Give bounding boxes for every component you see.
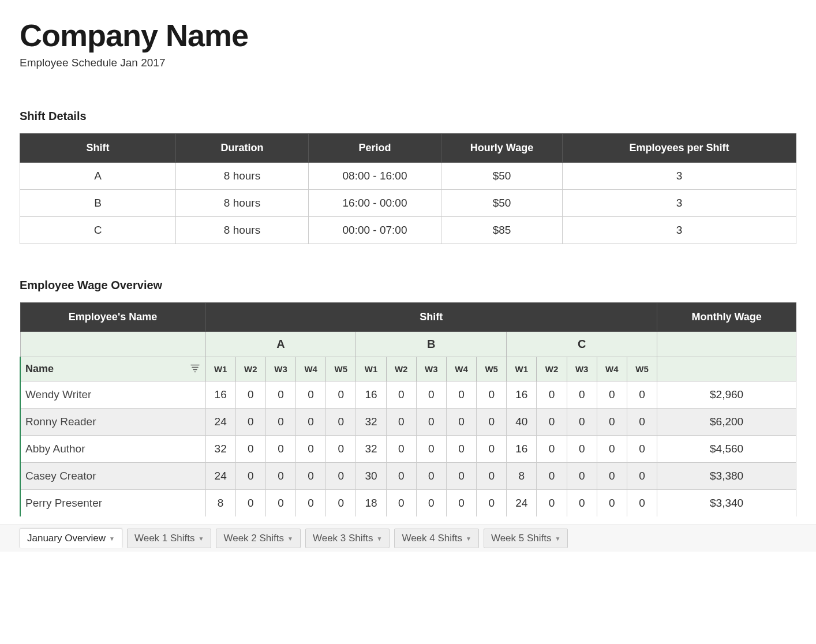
tab-label: Week 1 Shifts <box>134 533 195 544</box>
hours-cell: 0 <box>567 463 597 490</box>
sheet-tab[interactable]: Week 5 Shifts▼ <box>484 529 568 548</box>
chevron-down-icon[interactable]: ▼ <box>199 536 204 542</box>
hours-cell: 0 <box>296 463 326 490</box>
table-row: C8 hours00:00 - 07:00$853 <box>20 217 796 244</box>
tab-label: Week 2 Shifts <box>223 533 284 544</box>
page-subtitle: Employee Schedule Jan 2017 <box>20 57 796 69</box>
hours-cell: 0 <box>235 463 265 490</box>
tab-label: Week 4 Shifts <box>402 533 462 544</box>
hours-cell: 0 <box>446 463 476 490</box>
sheet-tab[interactable]: Week 4 Shifts▼ <box>394 529 478 548</box>
wage-overview-table: Employee's Name Shift Monthly Wage A B C… <box>20 302 796 516</box>
hours-cell: 18 <box>356 490 386 517</box>
cell: 08:00 - 16:00 <box>309 163 441 190</box>
hours-cell: 0 <box>477 409 507 436</box>
hours-cell: 40 <box>507 409 537 436</box>
hours-cell: 0 <box>326 409 356 436</box>
cell: 8 hours <box>176 190 309 217</box>
col-hourly-wage: Hourly Wage <box>441 134 563 163</box>
week-label: W3 <box>265 357 295 381</box>
cell: $85 <box>441 217 563 244</box>
cell: A <box>20 163 176 190</box>
cell: C <box>20 217 176 244</box>
hours-cell: 0 <box>386 490 416 517</box>
week-label: W2 <box>386 357 416 381</box>
hours-cell: 0 <box>326 463 356 490</box>
employee-name-cell: Casey Creator <box>20 463 205 490</box>
hours-cell: 0 <box>235 381 265 409</box>
hours-cell: 0 <box>537 436 567 463</box>
hours-cell: 0 <box>265 436 295 463</box>
hours-cell: 32 <box>205 436 235 463</box>
tab-label: January Overview <box>27 533 106 544</box>
monthly-wage-cell: $3,340 <box>657 490 796 517</box>
hours-cell: 30 <box>356 463 386 490</box>
week-label: W2 <box>537 357 567 381</box>
wage-overview-title: Employee Wage Overview <box>20 279 796 292</box>
cell: $50 <box>441 163 563 190</box>
chevron-down-icon[interactable]: ▼ <box>287 536 293 542</box>
sheet-tab[interactable]: Week 3 Shifts▼ <box>305 529 390 548</box>
shift-details-table: Shift Duration Period Hourly Wage Employ… <box>20 133 796 244</box>
hours-cell: 24 <box>507 490 537 517</box>
subhead-c: C <box>507 332 657 357</box>
chevron-down-icon[interactable]: ▼ <box>466 536 471 542</box>
hours-cell: 0 <box>477 463 507 490</box>
hours-cell: 0 <box>416 381 446 409</box>
subhead-b: B <box>356 332 507 357</box>
table-row: Ronny Reader240000320000400000$6,200 <box>20 409 796 436</box>
hours-cell: 0 <box>235 409 265 436</box>
table-row: Perry Presenter80000180000240000$3,340 <box>20 490 796 517</box>
col-employee-name: Employee's Name <box>20 303 205 332</box>
hours-cell: 0 <box>477 436 507 463</box>
employee-name-cell: Ronny Reader <box>20 409 205 436</box>
col-monthly-wage: Monthly Wage <box>657 303 796 332</box>
subhead-wage-blank <box>657 332 796 357</box>
subhead-a: A <box>205 332 356 357</box>
hours-cell: 0 <box>627 436 657 463</box>
week-label: W5 <box>326 357 356 381</box>
hours-cell: 0 <box>326 436 356 463</box>
hours-cell: 24 <box>205 409 235 436</box>
monthly-wage-cell: $4,560 <box>657 436 796 463</box>
hours-cell: 0 <box>326 381 356 409</box>
col-duration: Duration <box>176 134 309 163</box>
table-row: Wendy Writer160000160000160000$2,960 <box>20 381 796 409</box>
tab-label: Week 3 Shifts <box>313 533 373 544</box>
filter-icon[interactable] <box>190 363 200 375</box>
chevron-down-icon[interactable]: ▼ <box>555 536 560 542</box>
cell: 00:00 - 07:00 <box>309 217 441 244</box>
sheet-tab[interactable]: Week 1 Shifts▼ <box>127 529 211 548</box>
hours-cell: 0 <box>416 463 446 490</box>
hours-cell: 0 <box>567 381 597 409</box>
hours-cell: 0 <box>416 409 446 436</box>
week-label: W1 <box>356 357 386 381</box>
sheet-tab[interactable]: Week 2 Shifts▼ <box>216 529 300 548</box>
hours-cell: 16 <box>205 381 235 409</box>
hours-cell: 0 <box>477 490 507 517</box>
table-row: Casey Creator24000030000080000$3,380 <box>20 463 796 490</box>
chevron-down-icon[interactable]: ▼ <box>377 536 383 542</box>
hours-cell: 0 <box>386 409 416 436</box>
hours-cell: 32 <box>356 436 386 463</box>
employee-name-cell: Abby Author <box>20 436 205 463</box>
monthly-wage-cell: $3,380 <box>657 463 796 490</box>
filter-wage-blank <box>657 357 796 381</box>
hours-cell: 0 <box>567 409 597 436</box>
hours-cell: 0 <box>567 490 597 517</box>
hours-cell: 0 <box>446 490 476 517</box>
hours-cell: 0 <box>537 490 567 517</box>
monthly-wage-cell: $2,960 <box>657 381 796 409</box>
hours-cell: 0 <box>265 409 295 436</box>
hours-cell: 0 <box>296 490 326 517</box>
table-row: Abby Author320000320000160000$4,560 <box>20 436 796 463</box>
hours-cell: 0 <box>296 409 326 436</box>
name-label: Name <box>25 363 54 375</box>
hours-cell: 0 <box>296 436 326 463</box>
hours-cell: 8 <box>507 463 537 490</box>
sheet-tab[interactable]: January Overview▼ <box>20 529 122 548</box>
chevron-down-icon[interactable]: ▼ <box>109 536 115 542</box>
filter-name[interactable]: Name <box>20 357 205 381</box>
company-title: Company Name <box>20 17 796 53</box>
col-shift-group: Shift <box>205 303 657 332</box>
